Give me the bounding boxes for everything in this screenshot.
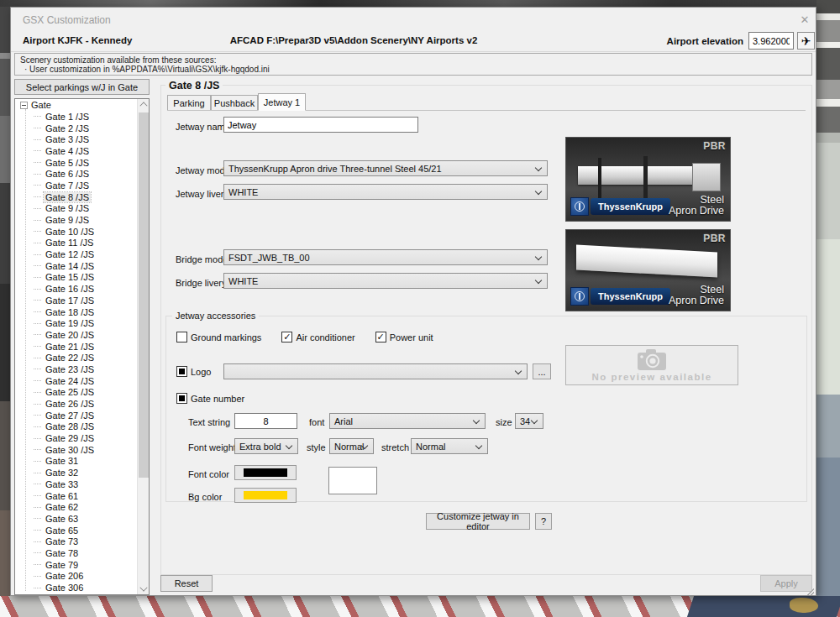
collapse-icon[interactable] xyxy=(20,102,28,109)
checkbox-logo[interactable]: Logo xyxy=(176,366,211,377)
tree-item-gate-26-js[interactable]: Gate 26 /JS xyxy=(15,398,137,410)
tab-pushback[interactable]: Pushback xyxy=(211,95,258,111)
tree-item-gate-12-js[interactable]: Gate 12 /JS xyxy=(15,248,137,260)
font-weight-select[interactable]: Extra bold xyxy=(234,438,298,454)
tree-item-gate-32[interactable]: Gate 32 xyxy=(15,467,137,478)
style-select[interactable]: Normal xyxy=(329,438,374,454)
stretch-select[interactable]: Normal xyxy=(411,438,488,454)
text-string-label: Text string xyxy=(188,417,230,427)
tree-item-gate-62[interactable]: Gate 62 xyxy=(15,501,137,513)
header-divider xyxy=(11,51,816,52)
gate-number-label: Gate number xyxy=(191,394,244,404)
chevron-down-icon xyxy=(535,165,542,171)
bg-color-picker[interactable] xyxy=(234,488,297,503)
unchecked-checkbox-icon xyxy=(176,332,187,342)
checkbox-gate-number[interactable]: Gate number xyxy=(176,393,244,404)
logo-select[interactable] xyxy=(223,363,528,379)
select-parkings-button[interactable]: Select parkings w/J in Gate xyxy=(14,79,150,95)
tree-item-gate-7-js[interactable]: Gate 7 /JS xyxy=(15,180,137,191)
tree-item-gate-15-js[interactable]: Gate 15 /JS xyxy=(15,272,137,284)
tree-item-gate-2-js[interactable]: Gate 2 /JS xyxy=(15,123,137,134)
tree-item-gate-23-js[interactable]: Gate 23 /JS xyxy=(15,363,137,375)
thyssenkrupp-emblem-icon xyxy=(570,197,589,216)
text-string-input[interactable] xyxy=(234,413,297,429)
tree-item-gate-9-js[interactable]: Gate 9 /JS xyxy=(15,214,137,226)
thyssenkrupp-emblem-icon xyxy=(570,287,589,306)
help-button[interactable]: ? xyxy=(535,513,552,530)
bridge-model-label: Bridge model xyxy=(176,254,230,264)
tree-item-gate-61[interactable]: Gate 61 xyxy=(15,490,137,502)
jetway-livery-select[interactable]: WHITE xyxy=(223,184,548,200)
tree-item-gate-20-js[interactable]: Gate 20 /JS xyxy=(15,329,137,341)
tree-item-gate-78[interactable]: Gate 78 xyxy=(15,547,137,559)
reset-button[interactable]: Reset xyxy=(160,575,213,592)
tree-item-gate-3-js[interactable]: Gate 3 /JS xyxy=(15,133,137,145)
tree-item-gate-30-js[interactable]: Gate 30 /JS xyxy=(15,444,137,456)
tree-item-gate-11-js[interactable]: Gate 11 /JS xyxy=(15,238,137,249)
font-select[interactable]: Arial xyxy=(329,413,486,429)
scroll-down-icon[interactable] xyxy=(139,583,147,591)
chevron-down-icon xyxy=(473,417,480,424)
notice-line1: Scenery customization available from the… xyxy=(20,55,806,65)
tree-item-gate-4-js[interactable]: Gate 4 /JS xyxy=(15,145,137,157)
scenery-sources-notice: Scenery customization available from the… xyxy=(14,53,812,76)
bridge-model-select[interactable]: FSDT_JWB_TB_00 xyxy=(223,249,548,265)
tree-item-gate-33[interactable]: Gate 33 xyxy=(15,478,137,490)
bridge-livery-select[interactable]: WHITE xyxy=(223,273,548,289)
tree-item-gate-27-js[interactable]: Gate 27 /JS xyxy=(15,410,137,421)
font-color-label: Font color xyxy=(188,469,229,479)
tree-item-gate-5-js[interactable]: Gate 5 /JS xyxy=(15,157,137,169)
airport-elevation-input[interactable] xyxy=(748,32,794,50)
tab-jetway-1[interactable]: Jetway 1 xyxy=(258,93,306,111)
tree-item-gate-25-js[interactable]: Gate 25 /JS xyxy=(15,387,137,399)
background-apron-strip xyxy=(816,0,840,617)
tree-item-gate-6-js[interactable]: Gate 6 /JS xyxy=(15,168,137,180)
tree-item-gate-17-js[interactable]: Gate 17 /JS xyxy=(15,295,137,306)
tree-item-gate-31[interactable]: Gate 31 xyxy=(15,456,137,468)
tree-item-gate-18-js[interactable]: Gate 18 /JS xyxy=(15,306,137,318)
tree-item-gate-16-js[interactable]: Gate 16 /JS xyxy=(15,283,137,295)
tree-item-gate-24-js[interactable]: Gate 24 /JS xyxy=(15,375,137,387)
tree-item-gate-1-js[interactable]: Gate 1 /JS xyxy=(15,111,137,123)
tree-item-gate-306[interactable]: Gate 306 xyxy=(15,582,137,593)
tree-item-gate-65[interactable]: Gate 65 xyxy=(15,525,137,536)
size-select[interactable]: 34 xyxy=(515,413,543,429)
tree-item-gate-73[interactable]: Gate 73 xyxy=(15,536,137,547)
goto-airport-button[interactable]: ✈ xyxy=(797,32,815,50)
tree-scrollbar[interactable] xyxy=(137,99,149,594)
tree-root-gate[interactable]: Gate xyxy=(15,99,137,111)
font-color-fill xyxy=(244,468,287,477)
tree-item-gate-14-js[interactable]: Gate 14 /JS xyxy=(15,260,137,272)
checkbox-ground-markings[interactable]: Ground markings xyxy=(176,332,261,342)
checkbox-power-unit[interactable]: ✓Power unit xyxy=(375,332,433,342)
checkbox-air-conditioner[interactable]: ✓Air conditioner xyxy=(281,332,354,342)
jetway-name-input[interactable] xyxy=(223,117,418,133)
gsx-customization-dialog: GSX Customization ✕ Airport KJFK - Kenne… xyxy=(10,7,816,596)
font-color-picker[interactable] xyxy=(234,465,297,480)
logo-browse-button[interactable]: ... xyxy=(533,363,551,379)
scroll-up-icon[interactable] xyxy=(139,102,147,109)
jetway-livery-label: Jetway livery xyxy=(176,189,228,199)
chevron-down-icon xyxy=(286,442,292,449)
tree-item-gate-29-js[interactable]: Gate 29 /JS xyxy=(15,432,137,444)
no-preview-text: No preview available xyxy=(591,372,711,382)
tree-item-gate-10-js[interactable]: Gate 10 /JS xyxy=(15,226,137,238)
scrollbar-thumb[interactable] xyxy=(139,112,149,478)
jetway-model-select[interactable]: ThyssenKrupp Apron drive Three-tunnel St… xyxy=(223,160,548,176)
resize-grip[interactable] xyxy=(807,588,814,595)
logo-checkbox-icon xyxy=(176,366,187,377)
brand-logo: ThyssenKrupp xyxy=(570,197,670,216)
customize-jetway-button[interactable]: Customize jetway in editor xyxy=(426,513,530,530)
tree-item-gate-8-js[interactable]: Gate 8 /JS xyxy=(15,191,137,203)
bg-color-fill xyxy=(244,491,287,499)
tree-item-gate-206[interactable]: Gate 206 xyxy=(15,571,137,583)
tab-parking[interactable]: Parking xyxy=(167,95,211,111)
tree-item-gate-22-js[interactable]: Gate 22 /JS xyxy=(15,352,137,363)
close-icon[interactable]: ✕ xyxy=(797,12,812,27)
tree-item-gate-9-js[interactable]: Gate 9 /JS xyxy=(15,203,137,215)
tree-item-gate-19-js[interactable]: Gate 19 /JS xyxy=(15,317,137,329)
tree-item-gate-28-js[interactable]: Gate 28 /JS xyxy=(15,421,137,433)
tree-item-gate-21-js[interactable]: Gate 21 /JS xyxy=(15,341,137,353)
tree-item-gate-79[interactable]: Gate 79 xyxy=(15,559,137,571)
tree-item-gate-63[interactable]: Gate 63 xyxy=(15,513,137,525)
